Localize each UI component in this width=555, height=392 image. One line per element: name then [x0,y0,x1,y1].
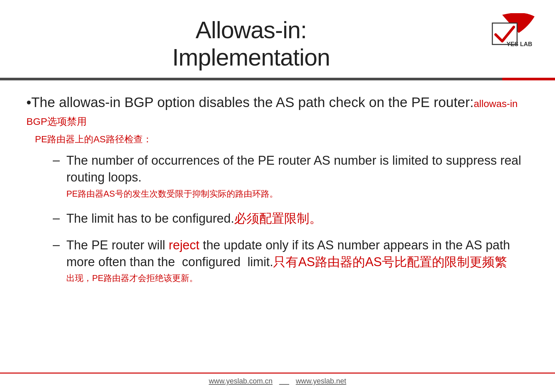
sub-bullet-1-chinese: PE路由器AS号的发生次数受限于抑制实际的路由环路。 [66,187,529,200]
sub-bullet-3-chinese-inline: 只有AS路由器的AS号比配置的限制更频繁 [273,255,507,269]
main-bullet-chinese: PE路由器上的AS路径检查： [35,133,529,146]
sub-bullet-2-content: The limit has to be configured.必须配置限制。 [66,210,322,227]
sub-bullet-2: – The limit has to be configured.必须配置限制。 [53,210,529,227]
sub-bullet-1-content: The number of occurrences of the PE rout… [66,152,529,200]
sub-bullet-2-chinese-inline: 必须配置限制。 [234,211,322,225]
divider [0,78,555,80]
sub-dash-3: – [53,237,60,253]
title-block: Allowas-in: Implementation [20,10,482,71]
footer-links: www.yeslab.com.cn www.yeslab.net [202,377,353,385]
svg-text:YES LAB: YES LAB [507,41,532,47]
main-bullet: •The allowas-in BGP option disables the … [26,94,529,129]
content-area: •The allowas-in BGP option disables the … [0,80,555,373]
reject-word: reject [169,238,200,252]
logo-block: YES LAB [482,10,535,53]
footer-link-2[interactable]: www.yeslab.net [296,377,346,385]
sub-bullet-3: – The PE router will reject the update o… [53,237,529,285]
main-bullet-prefix: •The allowas-in BGP option disables the … [26,95,474,110]
title-line1: Allowas-in: [196,17,307,43]
yes-lab-logo: YES LAB [482,13,535,53]
sub-bullets: – The number of occurrences of the PE ro… [53,152,529,285]
sub-bullet-1-text: The number of occurrences of the PE rout… [66,152,529,186]
sub-bullet-3-chinese: 出现，PE路由器才会拒绝该更新。 [66,272,529,285]
header: Allowas-in: Implementation YES LAB [0,0,555,71]
sub-bullet-3-content: The PE router will reject the update onl… [66,237,529,285]
sub-bullet-2-text: The limit has to be configured.必须配置限制。 [66,210,322,227]
sub-dash-2: – [53,210,60,226]
sub-bullet-3-text: The PE router will reject the update onl… [66,237,529,271]
sub-dash-1: – [53,152,60,168]
title-line2: Implementation [172,44,330,70]
slide-container: Allowas-in: Implementation YES LAB [0,0,555,392]
footer: www.yeslab.com.cn www.yeslab.net [0,373,555,392]
sub-bullet-1: – The number of occurrences of the PE ro… [53,152,529,200]
footer-link-1[interactable]: www.yeslab.com.cn [209,377,272,385]
page-title: Allowas-in: Implementation [20,16,482,71]
main-bullet-text: •The allowas-in BGP option disables the … [26,94,529,129]
